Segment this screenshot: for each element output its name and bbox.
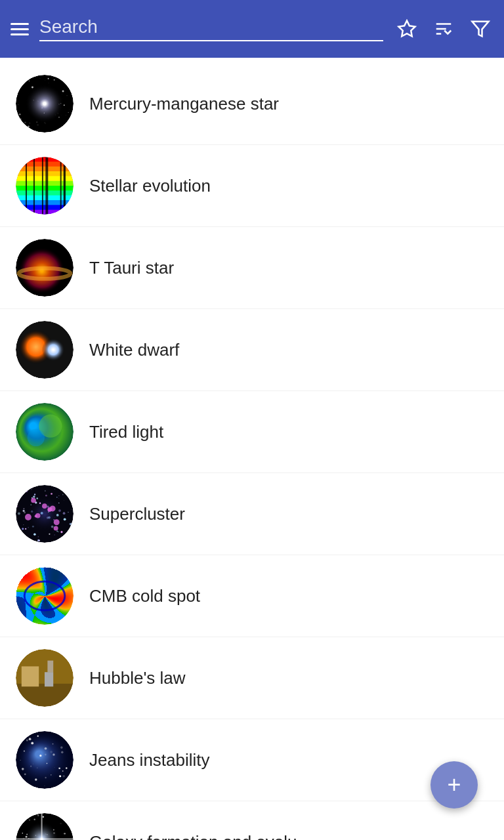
search-input-container[interactable] [39,16,383,41]
list-item-t-tauri-star[interactable]: T Tauri star [0,227,504,309]
item-label-cmb-cold-spot: CMB cold spot [89,586,200,606]
item-label-stellar-evolution: Stellar evolution [89,176,211,196]
item-label-t-tauri-star: T Tauri star [89,258,174,278]
list-item-jeans-instability[interactable]: Jeans instability [0,719,504,801]
thumbnail-hubbles-law [16,649,74,707]
item-label-white-dwarf: White dwarf [89,340,179,360]
article-list: Mercury-manganese starStellar evolutionT… [0,58,504,840]
list-item-supercluster[interactable]: Supercluster [0,473,504,555]
list-item-galaxy-formation[interactable]: Galaxy formation and evolu... [0,801,504,840]
list-item-white-dwarf[interactable]: White dwarf [0,309,504,391]
thumbnail-white-dwarf [16,321,74,379]
item-label-galaxy-formation: Galaxy formation and evolu... [89,832,311,841]
thumbnail-stellar-evolution [16,157,74,215]
app-header [0,0,504,58]
star-button[interactable] [394,16,420,42]
thumbnail-supercluster [16,485,74,543]
svg-marker-0 [399,21,415,37]
thumbnail-mercury-manganese-star [16,75,74,133]
list-item-mercury-manganese-star[interactable]: Mercury-manganese star [0,63,504,145]
thumbnail-jeans-instability [16,731,74,789]
list-item-cmb-cold-spot[interactable]: CMB cold spot [0,555,504,637]
list-item-stellar-evolution[interactable]: Stellar evolution [0,145,504,227]
item-label-mercury-manganese-star: Mercury-manganese star [89,94,279,114]
filter-icon [471,19,490,39]
thumbnail-cmb-cold-spot [16,567,74,625]
thumbnail-t-tauri-star [16,239,74,297]
menu-icon[interactable] [10,23,29,35]
filter-button[interactable] [467,16,494,42]
add-button[interactable]: + [430,761,478,808]
item-label-jeans-instability: Jeans instability [89,750,210,770]
item-label-hubbles-law: Hubble's law [89,668,186,688]
item-label-supercluster: Supercluster [89,504,185,524]
list-item-hubbles-law[interactable]: Hubble's law [0,637,504,719]
thumbnail-tired-light [16,403,74,461]
search-input[interactable] [39,16,383,37]
sort-icon [434,19,453,39]
sort-button[interactable] [430,16,457,42]
thumbnail-galaxy-formation [16,813,74,840]
star-icon [397,19,417,39]
item-label-tired-light: Tired light [89,422,163,442]
list-item-tired-light[interactable]: Tired light [0,391,504,473]
header-icons [394,16,494,42]
svg-marker-4 [472,22,489,37]
